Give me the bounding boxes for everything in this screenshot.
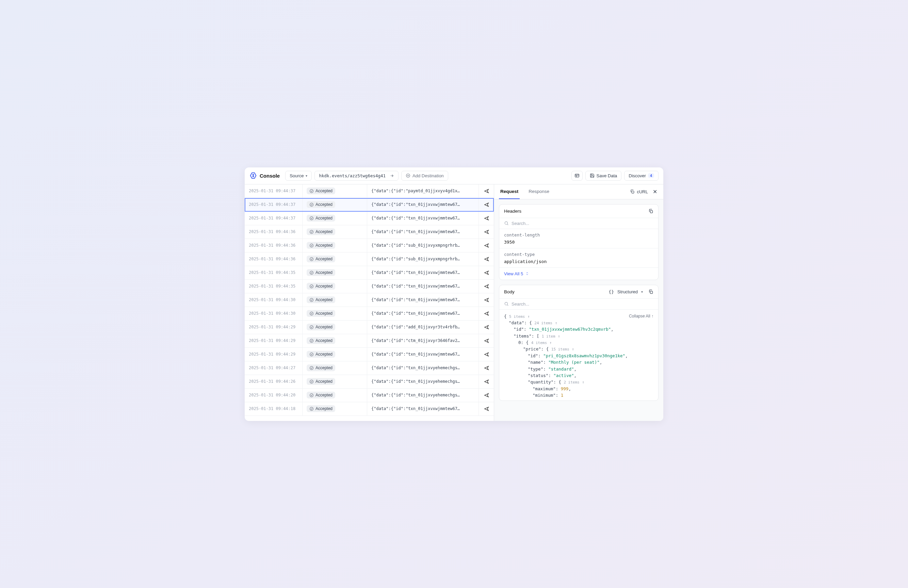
event-payload: {"data":{"id":"txn_01jjxvxwjmmtew67…: [367, 225, 479, 238]
copy-headers-button[interactable]: [648, 209, 654, 214]
resend-button[interactable]: [479, 388, 494, 402]
add-destination-button[interactable]: Add Destination: [401, 171, 448, 181]
expand-icon: [525, 272, 529, 275]
view-all-label: View All 5: [504, 271, 523, 276]
event-status-cell: Accepted: [303, 321, 367, 334]
event-payload: {"data":{"id":"txn_01jjxvxwjmmtew67…: [367, 212, 479, 225]
chevron-down-icon: ▾: [641, 290, 643, 294]
event-row[interactable]: 2025-01-31 09:44:35Accepted{"data":{"id"…: [245, 280, 494, 293]
status-label: Accepted: [316, 297, 333, 302]
event-row[interactable]: 2025-01-31 09:44:26Accepted{"data":{"id"…: [245, 375, 494, 388]
resend-button[interactable]: [479, 293, 494, 306]
event-timestamp: 2025-01-31 09:44:29: [245, 321, 303, 334]
tab-response[interactable]: Response: [527, 184, 551, 200]
status-label: Accepted: [316, 393, 333, 398]
event-row[interactable]: 2025-01-31 09:44:27Accepted{"data":{"id"…: [245, 361, 494, 375]
status-badge: Accepted: [307, 296, 335, 303]
resend-button[interactable]: [479, 184, 494, 198]
status-badge: Accepted: [307, 310, 335, 317]
svg-point-6: [310, 244, 314, 247]
event-row[interactable]: 2025-01-31 09:44:37Accepted{"data":{"id"…: [245, 212, 494, 225]
status-badge: Accepted: [307, 215, 335, 222]
event-status-cell: Accepted: [303, 239, 367, 252]
resend-button[interactable]: [479, 321, 494, 334]
view-all-headers-button[interactable]: View All 5: [499, 267, 658, 280]
event-timestamp: 2025-01-31 09:44:36: [245, 225, 303, 238]
check-circle-icon: [309, 216, 314, 221]
event-row[interactable]: 2025-01-31 09:44:30Accepted{"data":{"id"…: [245, 293, 494, 307]
resend-button[interactable]: [479, 253, 494, 266]
status-label: Accepted: [316, 406, 333, 411]
events-table: 2025-01-31 09:44:37Accepted{"data":{"id"…: [245, 184, 494, 421]
svg-point-14: [310, 353, 314, 356]
event-timestamp: 2025-01-31 09:44:20: [245, 388, 303, 402]
check-circle-icon: [309, 189, 314, 193]
toolbar: Console Source ▾ hkdk.events/azz5twg6es4…: [245, 168, 663, 184]
resend-button[interactable]: [479, 361, 494, 375]
source-selector[interactable]: Source ▾: [285, 171, 312, 181]
check-circle-icon: [309, 230, 314, 234]
event-row[interactable]: 2025-01-31 09:44:29Accepted{"data":{"id"…: [245, 334, 494, 348]
resend-button[interactable]: [479, 225, 494, 238]
resend-button[interactable]: [479, 239, 494, 252]
copy-icon: [630, 189, 635, 194]
svg-point-13: [310, 339, 314, 342]
resend-button[interactable]: [479, 402, 494, 416]
resend-button[interactable]: [479, 348, 494, 361]
resend-button[interactable]: [479, 198, 494, 211]
resend-button[interactable]: [479, 375, 494, 388]
event-row[interactable]: 2025-01-31 09:44:36Accepted{"data":{"id"…: [245, 239, 494, 253]
event-row[interactable]: 2025-01-31 09:44:35Accepted{"data":{"id"…: [245, 266, 494, 280]
status-badge: Accepted: [307, 242, 335, 249]
event-row[interactable]: 2025-01-31 09:44:36Accepted{"data":{"id"…: [245, 225, 494, 239]
layout-toggle-button[interactable]: [572, 171, 583, 181]
event-row[interactable]: 2025-01-31 09:44:37Accepted{"data":{"id"…: [245, 198, 494, 212]
header-key: content-type: [504, 252, 654, 257]
event-row[interactable]: 2025-01-31 09:44:36Accepted{"data":{"id"…: [245, 253, 494, 266]
arrow-right-icon: [390, 174, 394, 178]
status-label: Accepted: [316, 256, 333, 261]
event-payload: {"data":{"id":"paymtd_01jjxvyv4gd1x…: [367, 184, 479, 198]
event-row[interactable]: 2025-01-31 09:44:20Accepted{"data":{"id"…: [245, 388, 494, 402]
event-payload: {"data":{"id":"txn_01jjxvyehemechgs…: [367, 375, 479, 388]
event-row[interactable]: 2025-01-31 09:44:29Accepted{"data":{"id"…: [245, 348, 494, 361]
check-circle-icon: [309, 284, 314, 288]
svg-point-16: [310, 380, 314, 383]
body-search[interactable]: Search...: [499, 298, 658, 309]
resend-button[interactable]: [479, 334, 494, 348]
event-payload: {"data":{"id":"txn_01jjxvxwjmmtew67…: [367, 198, 479, 211]
tab-request[interactable]: Request: [499, 184, 520, 200]
resend-button[interactable]: [479, 266, 494, 279]
status-badge: Accepted: [307, 351, 335, 358]
status-badge: Accepted: [307, 256, 335, 263]
resend-button[interactable]: [479, 307, 494, 320]
event-row[interactable]: 2025-01-31 09:44:29Accepted{"data":{"id"…: [245, 321, 494, 334]
check-circle-icon: [309, 203, 314, 207]
event-row[interactable]: 2025-01-31 09:44:18Accepted{"data":{"id"…: [245, 402, 494, 416]
resend-button[interactable]: [479, 212, 494, 225]
event-payload: {"data":{"id":"txn_01jjxvxwjmmtew67…: [367, 307, 479, 320]
svg-point-18: [310, 407, 314, 410]
copy-body-button[interactable]: [648, 289, 654, 294]
endpoint-url[interactable]: hkdk.events/azz5twg6es4g41: [314, 171, 399, 181]
body-view-mode[interactable]: Structured: [617, 289, 638, 294]
status-badge: Accepted: [307, 187, 335, 194]
check-circle-icon: [309, 393, 314, 398]
event-timestamp: 2025-01-31 09:44:30: [245, 307, 303, 320]
close-icon[interactable]: ✕: [651, 187, 658, 197]
svg-point-12: [310, 325, 314, 329]
discover-button[interactable]: Discover 4: [624, 171, 658, 181]
headers-search[interactable]: Search...: [499, 218, 658, 229]
search-icon: [504, 301, 509, 306]
copy-curl-button[interactable]: cURL: [630, 189, 648, 194]
event-row[interactable]: 2025-01-31 09:44:37Accepted{"data":{"id"…: [245, 184, 494, 198]
resend-button[interactable]: [479, 280, 494, 293]
event-payload: {"data":{"id":"add_01jjxvyr3tv4rbfb…: [367, 321, 479, 334]
check-circle-icon: [309, 271, 314, 275]
check-circle-icon: [309, 257, 314, 261]
svg-point-15: [310, 366, 314, 369]
collapse-all-button[interactable]: Collapse All ↑: [629, 313, 654, 319]
event-row[interactable]: 2025-01-31 09:44:30Accepted{"data":{"id"…: [245, 307, 494, 321]
status-label: Accepted: [316, 229, 333, 234]
save-data-button[interactable]: Save Data: [585, 171, 622, 181]
